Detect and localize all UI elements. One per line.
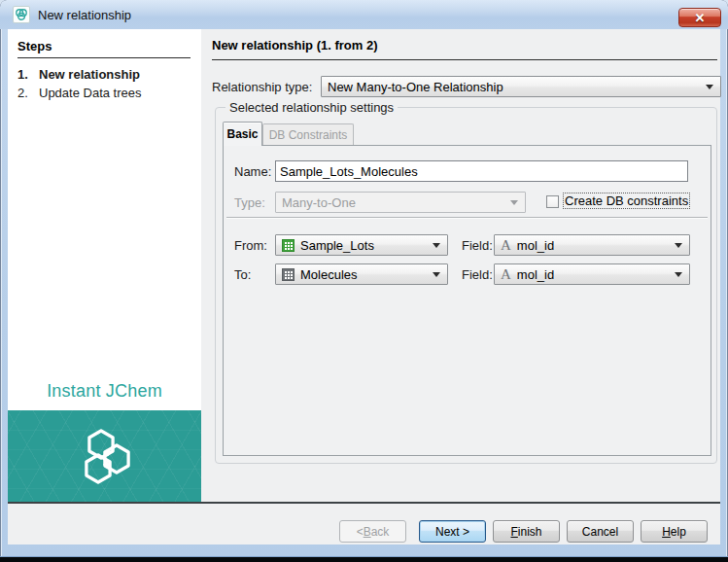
type-select[interactable]: Many-to-One: [275, 192, 526, 213]
settings-groupbox: Selected relationship settings Basic DB …: [215, 107, 717, 464]
button-label-part: elp: [671, 525, 686, 539]
to-field-value: mol_id: [517, 267, 554, 282]
tab-label: Basic: [226, 127, 258, 141]
button-label-part: B: [364, 525, 371, 539]
to-field-select[interactable]: A mol_id: [494, 263, 690, 285]
button-label-part: ack: [371, 525, 390, 539]
screen-bottom-strip: [0, 557, 728, 562]
from-field-select[interactable]: A mol_id: [494, 234, 690, 256]
step-label: New relationship: [39, 67, 140, 82]
chevron-down-icon: [706, 85, 713, 89]
button-label: Next >: [435, 525, 469, 539]
jchem-logo-icon: [13, 6, 30, 23]
from-table-value: Sample_Lots: [300, 238, 374, 253]
sidebar-step-new-relationship: 1. New relationship: [17, 67, 194, 82]
create-db-constraints-checkbox[interactable]: [546, 195, 559, 208]
basic-tab-panel: Name: Type: Many-to-One Create DB constr…: [223, 145, 711, 456]
chevron-down-icon: [510, 200, 518, 205]
chevron-down-icon: [675, 272, 682, 277]
relationship-type-label: Relationship type:: [212, 80, 312, 94]
type-value: Many-to-One: [282, 195, 356, 210]
tab-basic[interactable]: Basic: [223, 122, 262, 146]
create-db-constraints-label[interactable]: Create DB constraints: [564, 193, 689, 208]
to-field-label: Field:: [462, 267, 493, 282]
from-field-label: Field:: [462, 238, 493, 253]
name-input[interactable]: [275, 160, 688, 182]
type-label: Type:: [234, 195, 265, 210]
relationship-type-select[interactable]: New Many-to-One Relationship: [321, 76, 721, 97]
help-button[interactable]: Help: [641, 520, 708, 543]
from-table-select[interactable]: Sample_Lots: [275, 234, 448, 256]
title-bar[interactable]: New relationship ✕: [0, 0, 728, 29]
page-title: New relationship (1. from 2): [212, 38, 377, 53]
groupbox-title: Selected relationship settings: [225, 100, 398, 115]
to-label: To:: [234, 267, 251, 282]
name-label: Name:: [234, 164, 271, 179]
chevron-down-icon: [675, 243, 682, 248]
from-field-value: mol_id: [517, 238, 554, 253]
button-label-part: F: [510, 525, 517, 539]
finish-button[interactable]: Finish: [493, 520, 560, 543]
page-title-underline: [212, 59, 717, 60]
form-separator: [226, 217, 708, 219]
dialog-content: Steps 1. New relationship 2. Update Data…: [8, 29, 720, 502]
steps-header: Steps: [17, 39, 52, 53]
tab-label: DB Constraints: [269, 128, 348, 142]
step-number: 2.: [17, 86, 39, 100]
text-field-icon: A: [501, 268, 511, 281]
step-label: Update Data trees: [39, 86, 142, 100]
tab-db-constraints[interactable]: DB Constraints: [262, 123, 354, 145]
wizard-main-panel: New relationship (1. from 2) Relationshi…: [201, 29, 720, 502]
to-table-select[interactable]: Molecules: [275, 263, 448, 285]
window-title: New relationship: [38, 8, 131, 22]
step-number: 1.: [17, 67, 39, 82]
hexagon-logo-icon: [75, 428, 135, 484]
to-table-value: Molecules: [300, 267, 358, 282]
button-label: Cancel: [582, 525, 618, 539]
button-label-part: <: [357, 525, 364, 539]
instant-jchem-brand: Instant JChem: [8, 381, 201, 402]
chevron-down-icon: [433, 243, 440, 248]
dialog-window: New relationship ✕ Steps 1. New relation…: [0, 0, 728, 562]
close-icon[interactable]: ✕: [678, 8, 721, 27]
from-label: From:: [234, 238, 267, 253]
text-field-icon: A: [501, 239, 511, 252]
wizard-button-bar: < Back Next > Finish Cancel Help: [8, 504, 720, 544]
brand-banner: [8, 410, 201, 502]
back-button[interactable]: < Back: [339, 520, 406, 543]
button-label-part: inish: [518, 525, 542, 539]
table-icon-gray: [282, 268, 295, 281]
steps-sidebar: Steps 1. New relationship 2. Update Data…: [8, 29, 201, 502]
sidebar-step-update-data-trees: 2. Update Data trees: [17, 86, 194, 100]
steps-underline: [17, 57, 191, 58]
cancel-button[interactable]: Cancel: [567, 520, 634, 543]
chevron-down-icon: [433, 272, 440, 277]
relationship-type-value: New Many-to-One Relationship: [328, 80, 503, 94]
button-label-part: H: [662, 525, 671, 539]
next-button[interactable]: Next >: [419, 520, 486, 543]
table-icon-green: [282, 239, 295, 252]
